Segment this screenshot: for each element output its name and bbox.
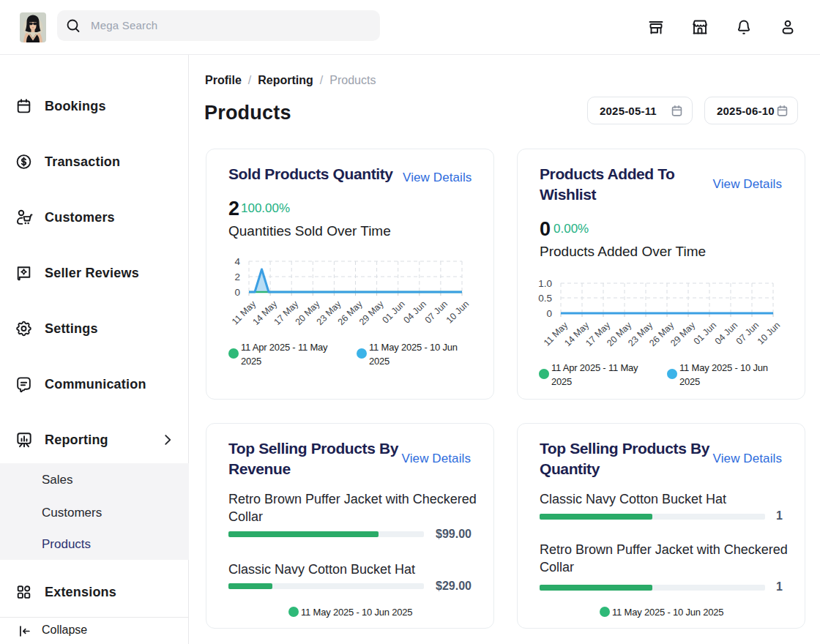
svg-text:10 Jun: 10 Jun [444, 299, 471, 325]
svg-text:4: 4 [234, 256, 240, 267]
svg-text:01 Jun: 01 Jun [692, 320, 718, 346]
svg-text:1.0: 1.0 [538, 278, 552, 289]
svg-text:10 Jun: 10 Jun [756, 320, 782, 346]
svg-text:07 Jun: 07 Jun [734, 320, 761, 346]
svg-text:2: 2 [234, 272, 240, 282]
svg-text:0: 0 [234, 287, 240, 298]
svg-text:29 May: 29 May [668, 320, 697, 348]
svg-text:0.5: 0.5 [538, 293, 552, 304]
svg-text:01 Jun: 01 Jun [380, 299, 406, 325]
svg-text:0: 0 [546, 308, 552, 319]
svg-text:29 May: 29 May [357, 299, 386, 327]
svg-text:04 Jun: 04 Jun [713, 320, 739, 346]
svg-text:07 Jun: 07 Jun [423, 299, 450, 325]
svg-text:04 Jun: 04 Jun [402, 299, 428, 325]
